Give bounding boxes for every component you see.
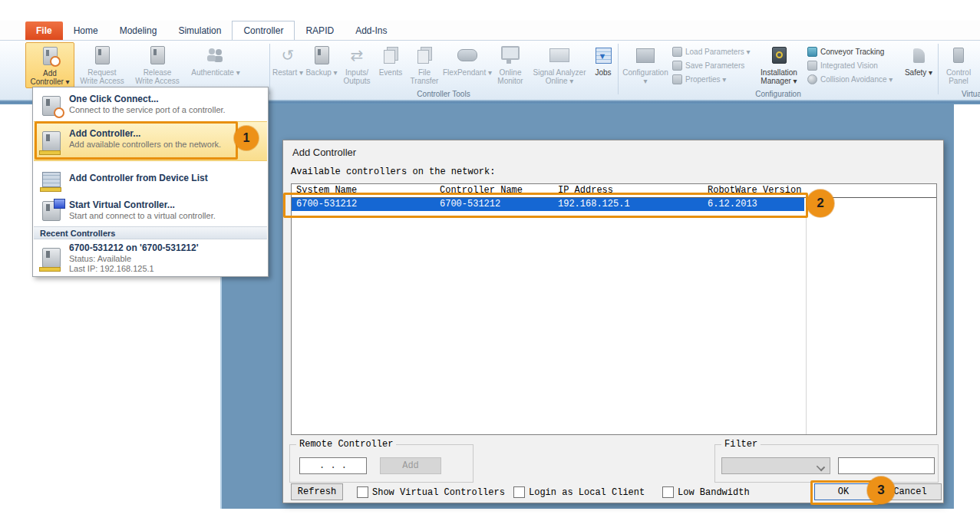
online-monitor-icon [501,44,520,67]
menu-item-start-virtual-controller[interactable]: Start Virtual Controller... Start and co… [34,196,267,226]
checkbox-icon[interactable] [513,486,525,498]
installation-manager-button[interactable]: Installation Manager ▾ [752,42,806,88]
filter-label: Filter [721,439,761,450]
authenticate-icon [207,44,224,67]
remote-ip-input[interactable]: . . . [299,457,367,474]
collision-avoidance-button: Collision Avoidance ▾ [806,72,902,86]
jobs-button[interactable]: Jobs [590,42,616,88]
operator-window-button: Operator Window [977,42,980,88]
add-controller-button[interactable]: Add Controller ▾ [25,42,74,88]
ribbon-tab-strip: File Home Modeling Simulation Controller… [0,21,980,40]
menu-item-title: Add Controller from Device List [69,173,267,184]
control-panel-icon [953,44,964,67]
safety-button[interactable]: Safety ▾ [902,42,935,88]
inputs-outputs-icon: ⇄ [351,44,364,67]
checkbox-icon[interactable] [357,486,368,498]
integrated-vision-label: Integrated Vision [820,61,878,70]
tab-addins[interactable]: Add-Ins [345,21,398,40]
robotstudio-window: File Home Modeling Simulation Controller… [0,0,980,521]
tab-simulation[interactable]: Simulation [167,21,232,40]
conveyor-tracking-label: Conveyor Tracking [820,48,884,56]
tab-file[interactable]: File [25,21,63,40]
virtual-controller-icon [34,196,69,226]
signal-analyzer-online-button: Signal Analyzer Online ▾ [529,42,590,88]
conveyor-tracking-button[interactable]: Conveyor Tracking [806,45,902,58]
menu-item-desc: Start and connect to a virtual controlle… [69,211,267,221]
restart-icon: ↺ [282,44,295,67]
jobs-icon [596,44,612,67]
device-list-icon [34,164,69,195]
release-write-access-icon [150,44,165,67]
load-parameters-button: Load Parameters ▾ [671,45,752,58]
recent-controllers-header: Recent Controllers [34,226,267,239]
refresh-button[interactable]: Refresh [291,483,343,500]
recent-controller-icon [34,241,69,275]
column-end-line [806,197,807,434]
annotation-badge-step2: 2 [807,190,834,217]
menu-item-title: Start Virtual Controller... [69,199,267,211]
save-parameters-icon [672,61,682,71]
controllers-table: System Name Controller Name IP Address R… [291,183,937,435]
filter-text-input[interactable] [838,457,935,474]
configuration-button: Configuration ▾ [620,42,671,88]
properties-icon [672,74,682,84]
release-write-access-button: Release Write Access [130,42,185,88]
flexpendant-icon [457,44,477,67]
tab-controller[interactable]: Controller [232,21,295,40]
checkbox-label: Login as Local Client [529,487,645,498]
add-button: Add [380,457,441,474]
control-panel-button: Control Panel [940,42,977,88]
save-parameters-button: Save Parameters [671,58,752,72]
low-bandwidth-checkbox[interactable]: Low Bandwidth [662,486,750,498]
restart-button: ↺ Restart ▾ [271,42,305,88]
ribbon-group-separator [618,44,619,94]
menu-item-recent-controller[interactable]: 6700-531212 on '6700-531212' Status: Ava… [34,241,267,275]
group-label-virtual: Virtual [962,90,980,98]
checkbox-label: Low Bandwidth [678,487,750,498]
login-as-local-client-checkbox[interactable]: Login as Local Client [513,486,645,498]
ribbon-group-separator [269,44,270,94]
ribbon-group-separator [938,44,939,94]
menu-item-add-controller-from-device-list[interactable]: Add Controller from Device List [34,164,267,195]
request-write-access-button: Request Write Access [74,42,130,88]
safety-icon [913,44,925,67]
request-write-access-icon [95,44,110,67]
tab-rapid[interactable]: RAPID [295,21,345,40]
filter-dropdown [721,457,830,474]
tab-modeling[interactable]: Modeling [109,21,168,40]
annotation-box-step2 [283,193,808,218]
recent-controller-last-ip: Last IP: 192.168.125.1 [69,264,267,274]
signal-analyzer-icon [549,44,569,67]
online-monitor-button: Online Monitor [492,42,529,88]
add-controller-icon [43,45,58,68]
file-transfer-icon [417,44,432,67]
properties-button: Properties ▾ [671,72,752,86]
integrated-vision-button: Integrated Vision [806,58,902,72]
remote-controller-label: Remote Controller [296,439,396,450]
add-controller-dropdown-menu: One Click Connect... Connect to the serv… [32,87,269,277]
group-label-controller-tools: Controller Tools [271,90,616,98]
tab-home[interactable]: Home [63,21,109,40]
authenticate-button: Authenticate ▾ [185,42,246,88]
configuration-icon [636,44,655,67]
checkbox-label: Show Virtual Controllers [372,487,505,498]
annotation-box-step1 [35,121,238,160]
events-icon [384,44,398,67]
recent-controller-status: Status: Available [69,254,267,264]
properties-label: Properties ▾ [685,75,726,84]
checkbox-icon[interactable] [662,486,674,498]
integrated-vision-icon [807,61,817,71]
conveyor-tracking-icon [807,47,817,57]
backup-button: Backup ▾ [305,42,338,88]
load-parameters-label: Load Parameters ▾ [685,48,751,56]
backup-icon [315,44,329,67]
menu-item-one-click-connect[interactable]: One Click Connect... Connect to the serv… [34,91,267,121]
menu-item-desc: Connect to the service port of a control… [69,105,267,115]
one-click-connect-icon [34,91,69,121]
filter-group: Filter [714,444,939,483]
events-button: Events [375,42,406,88]
chevron-down-icon [817,463,825,471]
recent-controller-title: 6700-531212 on '6700-531212' [69,242,267,254]
menu-item-title: One Click Connect... [69,94,267,105]
show-virtual-controllers-checkbox[interactable]: Show Virtual Controllers [357,486,505,498]
